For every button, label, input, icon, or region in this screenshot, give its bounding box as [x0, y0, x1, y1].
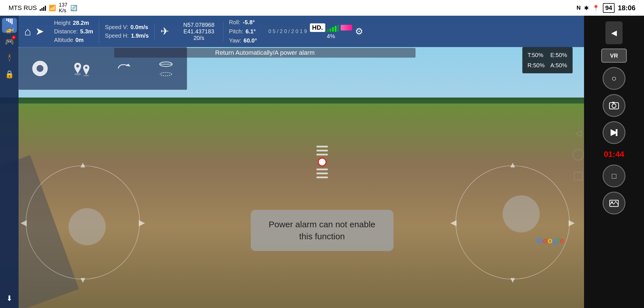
indicator-line-5 [316, 173, 328, 174]
center-indicator [315, 16, 329, 308]
right-joystick[interactable]: ◀ ▶ ▲ ▼ [456, 165, 570, 279]
alert-box: Power alarm can not enable this function [251, 210, 394, 251]
signal-bars-icon [40, 5, 46, 11]
wifi-icon: 📶 [49, 5, 56, 11]
right-joystick-down-arrow: ▼ [509, 275, 517, 285]
left-joystick-down-arrow: ▼ [79, 275, 87, 285]
status-bar: MTS RUS 📶 137 K/s 🔄 N ✱ 📍 94 18:06 [0, 0, 644, 16]
square-icon: □ [612, 172, 616, 181]
record-button[interactable] [603, 121, 625, 144]
svg-rect-14 [616, 129, 617, 136]
camera-icon [609, 100, 619, 111]
mode-return[interactable] [114, 58, 134, 78]
signal-icon [6, 19, 13, 24]
alert-message: Power alarm can not enable this function [269, 220, 376, 241]
svg-point-3 [76, 65, 79, 68]
record-icon [609, 127, 619, 138]
signal-quality: 0 5 / 2 0 / 2 0 1 9 HD. 4% ⚙ [263, 23, 369, 40]
indicator-line-2 [316, 150, 328, 151]
sync-icon: 🔄 [70, 5, 77, 11]
svg-point-11 [612, 104, 616, 108]
svg-rect-12 [612, 102, 615, 103]
right-joystick-knob[interactable] [503, 195, 540, 232]
controller-error-badge: ✕ [12, 35, 16, 39]
indicator-line-1 [316, 146, 328, 147]
follow-icon: 🕴 [5, 54, 14, 62]
channel-display: 0 5 / 2 0 / 2 0 1 9 [268, 29, 307, 35]
drone-icon: 🚁 [5, 25, 14, 34]
indicator-line-3 [316, 154, 328, 155]
left-joystick-right-arrow: ▶ [139, 218, 145, 227]
signal-strength-bars [327, 24, 339, 32]
flight-stats: Height 28.2m Distance: 5.3m Altitude 0m [48, 19, 99, 44]
sidebar-item-controller[interactable]: ✕ 🎮 [2, 34, 17, 49]
svg-point-4 [83, 75, 89, 76]
mode-hover[interactable] [156, 58, 176, 78]
left-sidebar: 🚁 ✕ 🎮 🕴 🔒 ⬇ [0, 16, 19, 308]
phone-back-button[interactable]: ◁ [575, 128, 582, 138]
right-joystick-right-arrow: ▶ [569, 218, 575, 227]
back-arrow-button[interactable]: ◀ [605, 21, 623, 44]
square-button[interactable]: □ [603, 165, 625, 187]
vr-button[interactable]: VR [601, 48, 627, 63]
location-icon: 📍 [592, 5, 599, 11]
sidebar-item-follow[interactable]: 🕴 [2, 50, 17, 65]
gps-coordinates: N57.078968 E41.437183 20/s [175, 22, 223, 41]
navigate-icon[interactable]: ➤ [35, 24, 44, 39]
speed-stats: Speed V: 0.0m/s Speed H: 1.9m/s [99, 23, 155, 40]
plane-icon: ✈ [155, 25, 175, 37]
svg-point-2 [74, 73, 81, 75]
battery-level: 94 [603, 3, 614, 13]
back-arrow-icon: ◀ [611, 29, 617, 37]
nfc-icon: N [577, 5, 581, 11]
sidebar-item-drone-mode[interactable]: 🚁 [2, 18, 17, 33]
mode-hover-icon [156, 58, 176, 78]
mode-manual[interactable] [30, 58, 50, 78]
right-joystick-up-arrow: ▲ [509, 160, 517, 169]
svg-point-9 [160, 72, 172, 76]
left-joystick-knob[interactable] [69, 208, 106, 245]
tera-box: T:50% E:50% R:50% A:50% [522, 47, 573, 73]
mode-manual-icon [30, 58, 50, 78]
timer-display: 01:44 [604, 150, 624, 159]
phone-nav: ◁ [573, 128, 584, 181]
home-icon[interactable]: ⌂ [24, 23, 31, 40]
gallery-button[interactable] [603, 192, 625, 214]
clock: 18:06 [618, 4, 635, 12]
right-joystick-left-arrow: ◀ [450, 218, 457, 227]
signal-quality-bar [341, 25, 352, 31]
indicator-line-4 [316, 169, 328, 170]
phone-recents-button[interactable] [574, 172, 583, 181]
battery-percentage: 4% [327, 33, 335, 40]
indicator-center-dot [318, 158, 326, 166]
google-logo: Google [537, 236, 564, 245]
gallery-icon [609, 198, 619, 208]
indicator-line-6 [316, 177, 328, 178]
settings-button[interactable]: ⚙ [355, 26, 363, 37]
left-joystick-up-arrow: ▲ [79, 160, 87, 169]
circle-button[interactable]: ○ [603, 67, 625, 90]
sidebar-item-landing[interactable]: ⬇ [2, 291, 17, 306]
carrier-name: MTS RUS [9, 4, 37, 12]
hd-badge: HD. [310, 23, 325, 32]
sidebar-item-lock[interactable]: 🔒 [2, 67, 17, 82]
return-label: Return Automatically/A power alarm [114, 48, 416, 58]
landing-icon: ⬇ [6, 294, 13, 303]
svg-point-16 [611, 201, 613, 203]
camera-button[interactable] [603, 94, 625, 117]
lock-icon: 🔒 [5, 70, 14, 79]
battery-indicator: 94 [603, 3, 614, 13]
circle-icon: ○ [611, 74, 617, 83]
right-sidebar: ◀ VR ○ 01:44 □ [584, 16, 644, 308]
mode-return-icon [114, 58, 134, 78]
data-speed: 137 K/s [59, 2, 67, 14]
mode-waypoint-icon [72, 58, 92, 78]
left-joystick[interactable]: ◀ ▶ ▲ ▼ [26, 165, 140, 279]
bluetooth-icon: ✱ [584, 5, 589, 11]
svg-point-5 [85, 66, 87, 69]
top-info-bar: ⌂ ➤ Height 28.2m Distance: 5.3m Altitude… [19, 16, 584, 47]
vr-label: VR [610, 52, 618, 59]
phone-home-button[interactable] [573, 149, 584, 161]
left-joystick-left-arrow: ◀ [21, 218, 27, 227]
mode-waypoint[interactable] [72, 58, 92, 78]
